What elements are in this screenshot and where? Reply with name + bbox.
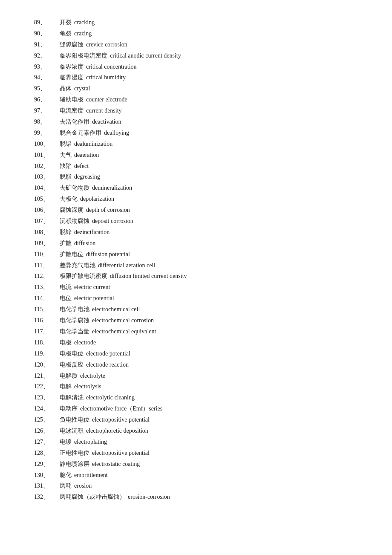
entry-chinese: 磨耗: [60, 483, 72, 489]
entry-number: 123、: [34, 392, 60, 403]
entry-english: embrittlement: [74, 472, 108, 478]
entry-number: 130、: [34, 470, 60, 481]
list-item: 90、龟裂crazing: [34, 28, 358, 39]
entry-content: 去气deaeration: [60, 150, 358, 161]
entry-english: critical concentration: [86, 64, 137, 70]
entry-number: 126、: [34, 425, 60, 436]
list-item: 102、缺陷defect: [34, 161, 358, 172]
entry-chinese: 电化学当量: [60, 328, 89, 335]
entry-chinese: 电极: [60, 339, 72, 346]
entry-chinese: 电解: [60, 383, 72, 390]
entry-chinese: 电流密度: [60, 107, 84, 114]
entry-english: critical humidity: [86, 74, 126, 81]
entry-english: electric current: [74, 284, 110, 290]
entry-content: 电位electric potential: [60, 293, 358, 304]
entry-english: degreasing: [74, 173, 100, 180]
entry-content: 开裂cracking: [60, 17, 358, 28]
list-item: 101、去气deaeration: [34, 150, 358, 161]
entry-list: 89、开裂cracking90、龟裂crazing91、缝隙腐蚀crevice …: [34, 17, 358, 503]
entry-number: 103、: [34, 171, 60, 182]
entry-content: 腐蚀深度depth of corrosion: [60, 205, 358, 216]
entry-number: 91、: [34, 39, 60, 50]
list-item: 99、脱合金元素作用dealloying: [34, 127, 358, 139]
list-item: 116、电化学腐蚀electrochemical corrosion: [34, 315, 358, 326]
entry-english: electrochemical equivalent: [92, 328, 156, 335]
entry-chinese: 脱合金元素作用: [60, 130, 101, 136]
entry-number: 105、: [34, 194, 60, 205]
entry-content: 电化学电池electrochemical cell: [60, 304, 358, 315]
entry-english: dealuminization: [74, 141, 112, 147]
entry-english: erosion-corrosion: [128, 494, 170, 500]
entry-number: 113、: [34, 282, 60, 293]
entry-number: 107、: [34, 216, 60, 227]
entry-english: deposit corrosion: [92, 218, 133, 224]
entry-chinese: 晶体: [60, 85, 72, 92]
entry-number: 124、: [34, 403, 60, 414]
entry-number: 101、: [34, 150, 60, 161]
entry-chinese: 电解质: [60, 373, 78, 379]
entry-english: differential aeration cell: [98, 262, 155, 269]
entry-chinese: 电极电位: [60, 350, 84, 357]
entry-chinese: 脱铝: [60, 141, 72, 147]
entry-english: electropositive potential: [92, 450, 150, 456]
entry-english: demineralization: [92, 185, 132, 191]
entry-content: 扩散电位diffusion potential: [60, 249, 358, 260]
entry-chinese: 龟裂: [60, 30, 72, 37]
entry-english: depth of corrosion: [86, 207, 130, 213]
entry-english: electrolysis: [74, 383, 101, 390]
list-item: 120、电极反应electrode reaction: [34, 359, 358, 370]
list-item: 105、去极化depolarization: [34, 194, 358, 205]
entry-chinese: 腐蚀深度: [60, 207, 84, 213]
entry-chinese: 去矿化物质: [60, 185, 89, 191]
entry-number: 94、: [34, 72, 60, 83]
entry-chinese: 脱脂: [60, 173, 72, 180]
list-item: 89、开裂cracking: [34, 17, 358, 28]
entry-number: 104、: [34, 182, 60, 194]
list-item: 110、扩散电位diffusion potential: [34, 249, 358, 260]
entry-content: 脱铝dealuminization: [60, 139, 358, 150]
entry-chinese: 临界阳极电流密度: [60, 52, 107, 59]
entry-english: current density: [86, 107, 122, 114]
entry-english: crazing: [74, 30, 92, 37]
entry-content: 龟裂crazing: [60, 28, 358, 39]
list-item: 131、磨耗erosion: [34, 480, 358, 491]
entry-english: dezincification: [74, 229, 110, 235]
list-item: 117、电化学当量electrochemical equivalent: [34, 326, 358, 337]
entry-chinese: 缝隙腐蚀: [60, 41, 84, 48]
entry-english: electrode reaction: [86, 361, 129, 368]
entry-content: 电流electric current: [60, 282, 358, 293]
list-item: 96、辅助电极counter electrode: [34, 94, 358, 105]
entry-content: 扩散diffusion: [60, 238, 358, 249]
list-item: 126、电泳沉积electrophoretic deposition: [34, 425, 358, 436]
entry-chinese: 临界浓度: [60, 64, 84, 70]
entry-english: electrochemical cell: [92, 306, 140, 312]
entry-number: 109、: [34, 238, 60, 249]
entry-english: deactivation: [92, 119, 121, 125]
list-item: 122、电解electrolysis: [34, 381, 358, 392]
list-item: 129、静电喷涂层electrostatic coating: [34, 459, 358, 470]
entry-english: electrode potential: [86, 350, 130, 357]
entry-english: crevice corrosion: [86, 41, 127, 48]
entry-english: electrolytic cleaning: [86, 394, 135, 401]
entry-chinese: 去气: [60, 152, 72, 158]
list-item: 109、扩散diffusion: [34, 238, 358, 249]
entry-number: 95、: [34, 83, 60, 94]
entry-content: 脆化embrittlement: [60, 470, 358, 481]
entry-content: 差异充气电池differential aeration cell: [60, 260, 358, 271]
list-item: 93、临界浓度critical concentration: [34, 61, 358, 72]
entry-content: 脱锌dezincification: [60, 227, 358, 238]
entry-english: erosion: [74, 483, 92, 489]
entry-chinese: 磨耗腐蚀（或冲击腐蚀）: [60, 494, 125, 500]
entry-chinese: 静电喷涂层: [60, 461, 89, 467]
list-item: 104、去矿化物质demineralization: [34, 182, 358, 194]
entry-content: 电化学当量electrochemical equivalent: [60, 326, 358, 337]
entry-content: 磨耗erosion: [60, 480, 358, 491]
entry-chinese: 脱锌: [60, 229, 72, 235]
list-item: 125、负电性电位electropositive potential: [34, 414, 358, 425]
entry-chinese: 电流: [60, 284, 72, 290]
entry-chinese: 临界湿度: [60, 74, 84, 81]
entry-content: 电泳沉积electrophoretic deposition: [60, 425, 358, 436]
entry-content: 电极电位electrode potential: [60, 348, 358, 359]
entry-chinese: 负电性电位: [60, 416, 89, 423]
entry-content: 去活化作用deactivation: [60, 116, 358, 127]
